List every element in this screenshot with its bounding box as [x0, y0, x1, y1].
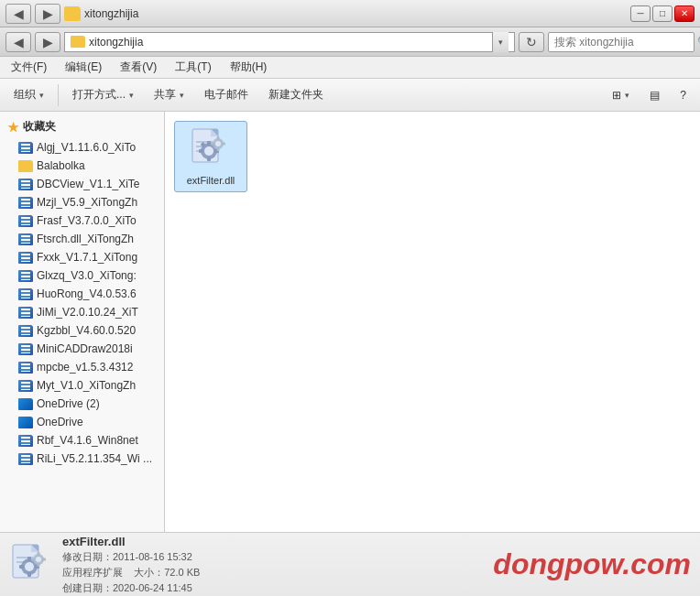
svg-rect-8 [207, 141, 211, 146]
window-title: xitongzhijia [84, 7, 138, 20]
refresh-button[interactable]: ↻ [519, 32, 544, 52]
view-dropdown-icon: ▾ [625, 91, 629, 100]
svg-rect-33 [38, 552, 40, 556]
item-label: DBCView_V1.1_XiTe [37, 178, 140, 190]
status-mod-date: 修改日期：2011-08-16 15:32 [62, 550, 484, 564]
sidebar: ★ 收藏夹 Algj_V1.11.6.0_XiTo Balabolka DBCV… [0, 112, 165, 532]
item-label: OneDrive (2) [37, 397, 100, 410]
open-with-button[interactable]: 打开方式... ▾ [64, 82, 142, 108]
address-dropdown-button[interactable]: ▾ [492, 32, 509, 52]
address-path: xitongzhijia [89, 36, 488, 49]
list-item[interactable]: Fxxk_V1.7.1_XiTong [0, 248, 164, 266]
item-label: Rbf_V4.1.6_Win8net [37, 434, 138, 447]
menu-tools[interactable]: 工具(T) [170, 58, 216, 77]
svg-rect-19 [222, 143, 225, 146]
file-name: extFilter.dll [187, 175, 235, 186]
list-item[interactable]: RiLi_V5.2.11.354_Wi ... [0, 450, 164, 468]
share-dropdown-icon: ▾ [180, 91, 184, 100]
dll-file-icon [189, 127, 233, 171]
item-label: HuoRong_V4.0.53.6 [37, 287, 137, 300]
svg-rect-28 [27, 572, 31, 577]
folder-icon [18, 197, 33, 209]
email-button[interactable]: 电子邮件 [196, 82, 257, 108]
list-item[interactable]: DBCView_V1.1_XiTe [0, 175, 164, 193]
item-label: Algj_V1.11.6.0_XiTo [37, 141, 136, 154]
folder-icon [18, 233, 33, 245]
folder-icon [18, 453, 33, 465]
status-size: 大小：72.0 KB [134, 567, 200, 578]
svg-rect-27 [27, 557, 31, 561]
file-item-extfilter[interactable]: extFilter.dll [174, 121, 247, 192]
folder-icon [18, 160, 33, 172]
svg-rect-10 [199, 149, 203, 153]
item-label: Frasf_V3.7.0.0_XiTo [37, 214, 137, 227]
organize-button[interactable]: 组织 ▾ [5, 82, 52, 108]
search-input[interactable] [549, 36, 697, 49]
new-folder-label: 新建文件夹 [268, 87, 323, 103]
folder-icon [18, 307, 33, 319]
help-icon: ? [680, 89, 686, 102]
list-item[interactable]: Rbf_V4.1.6_Win8net [0, 431, 164, 450]
folder-icon [18, 215, 33, 227]
main-content: ★ 收藏夹 Algj_V1.11.6.0_XiTo Balabolka DBCV… [0, 112, 700, 532]
item-label: Mzjl_V5.9_XiTongZh [37, 196, 137, 209]
close-button[interactable]: ✕ [674, 5, 695, 22]
folder-icon [18, 142, 33, 154]
view-icon: ⊞ [612, 89, 621, 102]
list-item[interactable]: Myt_V1.0_XiTongZh [0, 376, 164, 395]
favorites-section: ★ 收藏夹 Algj_V1.11.6.0_XiTo Balabolka DBCV… [0, 112, 164, 471]
minimize-button[interactable]: ─ [630, 5, 651, 22]
svg-point-15 [215, 141, 221, 146]
svg-point-7 [204, 146, 213, 156]
svg-rect-36 [42, 558, 46, 560]
menu-file[interactable]: 文件(F) [5, 58, 52, 77]
back-button[interactable]: ◀ [5, 4, 31, 24]
share-button[interactable]: 共享 ▾ [146, 82, 192, 108]
status-type-size: 应用程序扩展 大小：72.0 KB [62, 566, 484, 580]
list-item[interactable]: OneDrive (2) [0, 395, 164, 413]
forward-nav-button[interactable]: ▶ [35, 32, 60, 52]
list-item[interactable]: Frasf_V3.7.0.0_XiTo [0, 211, 164, 230]
view-button[interactable]: ⊞ ▾ [604, 82, 638, 108]
list-item[interactable]: Ftsrch.dll_XiTongZh [0, 230, 164, 248]
list-item[interactable]: HuoRong_V4.0.53.6 [0, 285, 164, 303]
share-label: 共享 [154, 87, 176, 103]
list-item[interactable]: Algj_V1.11.6.0_XiTo [0, 138, 164, 157]
title-bar: ◀ ▶ xitongzhijia ─ □ ✕ [0, 0, 700, 27]
item-label: Balabolka [37, 159, 85, 172]
menu-bar: 文件(F) 编辑(E) 查看(V) 工具(T) 帮助(H) [0, 57, 700, 79]
list-item[interactable]: mpcbe_v1.5.3.4312 [0, 358, 164, 376]
svg-point-26 [25, 562, 34, 571]
folder-icon [18, 435, 33, 447]
pane-icon: ▤ [650, 89, 660, 102]
folder-icon [18, 343, 33, 355]
address-input[interactable]: xitongzhijia ▾ [64, 32, 515, 52]
folder-icon [18, 288, 33, 300]
back-nav-button[interactable]: ◀ [5, 32, 31, 52]
organize-label: 组织 [14, 87, 36, 103]
item-label: Fxxk_V1.7.1_XiTong [37, 251, 137, 264]
svg-point-32 [36, 557, 41, 562]
pane-button[interactable]: ▤ [641, 82, 668, 108]
svg-rect-9 [207, 157, 211, 161]
forward-button[interactable]: ▶ [35, 4, 60, 24]
list-item[interactable]: Glxzq_V3.0_XiTong: [0, 266, 164, 285]
item-label: Glxzq_V3.0_XiTong: [37, 269, 137, 282]
new-folder-button[interactable]: 新建文件夹 [260, 82, 332, 108]
menu-help[interactable]: 帮助(H) [224, 58, 273, 77]
item-label: Kgzbbl_V4.60.0.520 [37, 324, 136, 337]
list-item[interactable]: JiMi_V2.0.10.24_XiT [0, 303, 164, 321]
list-item[interactable]: OneDrive [0, 413, 164, 431]
list-item[interactable]: Mzjl_V5.9_XiTongZh [0, 193, 164, 211]
window-controls: ─ □ ✕ [630, 5, 695, 22]
list-item[interactable]: Kgzbbl_V4.60.0.520 [0, 321, 164, 340]
help-button[interactable]: ? [672, 82, 695, 108]
list-item[interactable]: Balabolka [0, 157, 164, 175]
item-label: OneDrive [37, 416, 83, 428]
folder-icon [18, 179, 33, 190]
svg-rect-17 [217, 147, 220, 151]
list-item[interactable]: MiniCADDraw2018i [0, 340, 164, 358]
menu-view[interactable]: 查看(V) [115, 58, 162, 77]
menu-edit[interactable]: 编辑(E) [60, 58, 107, 77]
maximize-button[interactable]: □ [652, 5, 673, 22]
